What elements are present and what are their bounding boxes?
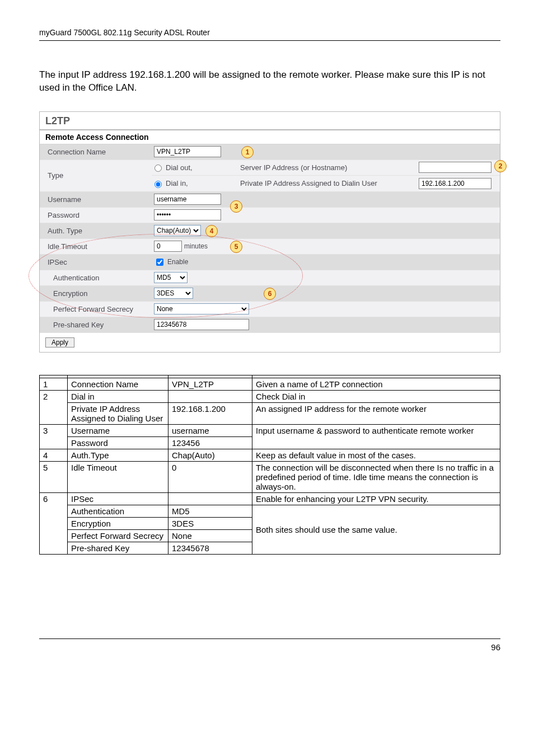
cell-func-6a: MD5 (168, 505, 252, 517)
ipsec-enable-label: Enable (167, 258, 188, 266)
auth-type-select[interactable]: Chap(Auto) (154, 225, 201, 236)
cell-func-6 (168, 492, 252, 505)
row-type: Type Dial out, Server IP Address (or Hos… (40, 160, 500, 192)
row-psk: Pre-shared Key (40, 317, 500, 333)
divider-bottom (39, 638, 500, 639)
label-encryption: Encryption (40, 287, 152, 300)
label-pfs: Perfect Forward Secrecy (40, 303, 152, 316)
panel-title: L2TP (40, 112, 500, 130)
cell-func-3a: username (168, 424, 252, 436)
cell-id-2: 2 (40, 390, 68, 424)
cell-item-3b: Password (68, 436, 168, 449)
authentication-select[interactable]: MD5 (154, 272, 188, 283)
cell-id-6: 6 (40, 492, 68, 554)
row-authentication: Authentication MD5 (40, 270, 500, 286)
cell-item-4: Auth.Type (68, 449, 168, 461)
cell-item-6a: Authentication (68, 505, 168, 517)
cell-func-6d: 12345678 (168, 542, 252, 554)
row-encryption: Encryption 3DES 6 (40, 286, 500, 302)
cell-func-1: VPN_L2TP (168, 378, 252, 390)
cell-desc-3: Input username & password to authenticat… (252, 424, 500, 449)
cell-item-6: IPSec (68, 492, 168, 505)
l2tp-panel: L2TP Remote Access Connection Connection… (39, 111, 500, 353)
row-auth-type: Auth. Type Chap(Auto) 4 (40, 223, 500, 239)
username-input[interactable] (154, 194, 221, 205)
cell-item-6b: Encryption (68, 517, 168, 529)
label-ipsec: IPSec (40, 256, 152, 269)
label-password: Password (40, 209, 152, 222)
description-table: 1 Connection Name VPN_L2TP Given a name … (39, 375, 500, 555)
dial-out-desc: Server IP Address (or Hostname) (240, 163, 409, 172)
dial-out-label: Dial out, (166, 163, 193, 172)
label-type: Type (40, 160, 152, 191)
idle-timeout-unit: minutes (184, 242, 208, 250)
callout-6: 6 (264, 288, 276, 300)
label-idle-timeout: Idle Timeout (40, 240, 152, 253)
label-authentication: Authentication (40, 271, 152, 284)
cell-id-5: 5 (40, 461, 68, 492)
label-connection-name: Connection Name (40, 145, 152, 158)
intro-text: The input IP address 192.168.1.200 will … (39, 69, 500, 95)
cell-func-4: Chap(Auto) (168, 449, 252, 461)
label-psk: Pre-shared Key (40, 318, 152, 331)
cell-desc-2b: An assigned IP address for the remote wo… (252, 402, 500, 424)
cell-item-2a: Dial in (68, 390, 168, 402)
cell-item-6c: Perfect Forward Secrecy (68, 529, 168, 542)
cell-item-3a: Username (68, 424, 168, 436)
callout-1: 1 (241, 146, 254, 158)
cell-desc-1: Given a name of L2TP connection (252, 378, 500, 390)
cell-func-5: 0 (168, 461, 252, 492)
cell-item-6d: Pre-shared Key (68, 542, 168, 554)
cell-id-4: 4 (40, 449, 68, 461)
cell-item-2b: Private IP Address Assigned to Dialing U… (68, 402, 168, 424)
cell-desc-5: The connection will be disconnected when… (252, 461, 500, 492)
encryption-select[interactable]: 3DES (154, 288, 193, 299)
row-idle-timeout: Idle Timeout minutes 5 (40, 239, 500, 255)
cell-desc-4: Keep as default value in most of the cas… (252, 449, 500, 461)
callout-2: 2 (494, 160, 507, 172)
cell-func-6c: None (168, 529, 252, 542)
row-username: Username 3 (40, 192, 500, 208)
panel-subheader: Remote Access Connection (40, 130, 500, 144)
password-input[interactable] (154, 209, 221, 220)
cell-desc-6sub: Both sites should use the same value. (252, 505, 500, 554)
dial-in-desc: Private IP Address Assigned to Dialin Us… (240, 179, 409, 187)
apply-row: Apply (40, 333, 500, 352)
dial-in-label: Dial in, (166, 179, 188, 187)
dial-out-ip-input[interactable] (419, 162, 491, 173)
cell-item-5: Idle Timeout (68, 461, 168, 492)
psk-input[interactable] (154, 319, 249, 330)
callout-5: 5 (230, 241, 242, 253)
cell-func-2b: 192.168.1.200 (168, 402, 252, 424)
divider-top (39, 40, 500, 41)
idle-timeout-input[interactable] (154, 241, 182, 252)
dial-in-radio[interactable] (154, 181, 162, 188)
row-ipsec: IPSec Enable (40, 255, 500, 270)
callout-4: 4 (205, 225, 218, 237)
doc-title: myGuard 7500GL 802.11g Security ADSL Rou… (39, 28, 500, 37)
dial-out-radio[interactable] (154, 165, 162, 172)
row-pfs: Perfect Forward Secrecy None (40, 302, 500, 317)
row-password: Password (40, 208, 500, 223)
label-username: Username (40, 193, 152, 206)
cell-item-1: Connection Name (68, 378, 168, 390)
cell-func-3b: 123456 (168, 436, 252, 449)
apply-button[interactable]: Apply (45, 337, 74, 348)
cell-desc-2a: Check Dial in (252, 390, 500, 402)
pfs-select[interactable]: None (154, 303, 249, 314)
row-connection-name: Connection Name 1 (40, 144, 500, 160)
cell-desc-6: Enable for enhancing your L2TP VPN secur… (252, 492, 500, 505)
connection-name-input[interactable] (154, 146, 221, 157)
page-number: 96 (39, 642, 500, 652)
dial-in-ip-input[interactable] (419, 178, 491, 189)
cell-func-6b: 3DES (168, 517, 252, 529)
cell-id-1: 1 (40, 378, 68, 390)
cell-id-3: 3 (40, 424, 68, 449)
label-auth-type: Auth. Type (40, 224, 152, 237)
cell-func-2a (168, 390, 252, 402)
ipsec-enable-checkbox[interactable] (156, 259, 163, 266)
